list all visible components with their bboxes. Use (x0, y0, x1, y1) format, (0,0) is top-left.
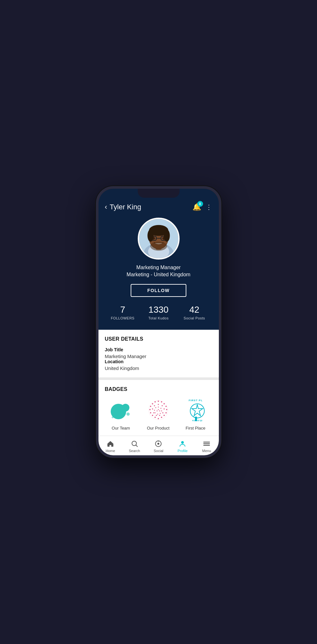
nav-menu-label: Menu (202, 449, 211, 453)
svg-point-56 (159, 411, 160, 412)
badges-row: Our Team (105, 397, 212, 433)
more-options-icon[interactable]: ⋮ (206, 203, 212, 211)
svg-point-67 (158, 441, 159, 442)
svg-point-47 (158, 407, 159, 408)
nav-profile[interactable]: Profile (171, 439, 195, 454)
svg-point-36 (152, 403, 153, 404)
user-details-section: USER DETAILS Job Title Marketing Manager… (98, 330, 219, 377)
notch (138, 189, 180, 198)
nav-profile-label: Profile (178, 449, 188, 453)
svg-point-50 (160, 413, 161, 414)
stats-row: 7 FOLLOWERS 1330 Total Kudos 42 Social P… (105, 305, 212, 320)
badge-first-place-name: First Place (186, 426, 205, 431)
bottom-nav: Home Search Social (98, 436, 219, 455)
kudos-label: Total Kudos (148, 316, 169, 320)
badges-title: BADGES (105, 386, 212, 392)
svg-point-59 (190, 404, 204, 418)
social-posts-stat: 42 Social Posts (176, 305, 212, 320)
svg-text:KUDOS Q2: KUDOS Q2 (192, 420, 202, 421)
location-value: United Kingdom (105, 365, 212, 371)
nav-home[interactable]: Home (98, 439, 123, 454)
job-title-value: Marketing Manager (105, 354, 212, 359)
profile-icon (179, 440, 186, 448)
social-icon (154, 440, 162, 448)
svg-point-26 (166, 409, 167, 410)
svg-point-66 (157, 443, 159, 445)
svg-point-55 (158, 409, 159, 410)
user-details-title: USER DETAILS (105, 336, 212, 342)
profile-job-title: Marketing Manager (136, 265, 181, 270)
location-label: Location (105, 359, 212, 364)
svg-point-23 (161, 401, 162, 402)
social-posts-label: Social Posts (184, 316, 205, 320)
location-field: Location United Kingdom (105, 359, 212, 371)
section-divider (98, 377, 219, 380)
svg-point-24 (163, 403, 165, 404)
social-posts-count: 42 (189, 305, 199, 315)
phone-frame: ‹ Tyler King 🔔 8 ⋮ (96, 186, 221, 458)
svg-point-29 (161, 417, 162, 418)
svg-point-13 (150, 242, 167, 251)
svg-point-48 (160, 408, 161, 409)
badge-our-product[interactable]: Our Product (142, 397, 174, 431)
kudos-stat: 1330 Total Kudos (141, 305, 176, 320)
badge-product-icon (145, 397, 171, 423)
svg-point-68 (181, 441, 184, 444)
svg-point-18 (122, 404, 129, 412)
nav-menu[interactable]: Menu (195, 439, 219, 454)
svg-point-54 (155, 407, 156, 408)
badge-product-name: Our Product (147, 426, 169, 431)
svg-point-32 (152, 415, 153, 416)
header-left: ‹ Tyler King (105, 203, 141, 211)
badges-section: BADGES (98, 380, 219, 436)
svg-point-19 (126, 412, 130, 416)
badge-our-team[interactable]: Our Team (105, 397, 137, 431)
menu-icon (203, 440, 210, 448)
svg-point-33 (150, 412, 151, 413)
search-icon (131, 440, 138, 448)
svg-point-51 (157, 414, 158, 415)
profile-hero: Marketing Manager Marketing - United Kin… (98, 211, 219, 330)
svg-line-64 (136, 445, 137, 447)
svg-point-46 (154, 405, 155, 406)
avatar (138, 218, 180, 260)
job-title-label: Job Title (105, 347, 212, 352)
screen: ‹ Tyler King 🔔 8 ⋮ (98, 189, 219, 455)
profile-department: Marketing - United Kingdom (126, 272, 190, 278)
svg-point-27 (165, 412, 167, 413)
notification-badge: 8 (197, 201, 203, 207)
svg-point-21 (149, 401, 168, 420)
followers-count: 7 (120, 305, 125, 315)
notification-button[interactable]: 🔔 8 (192, 203, 201, 211)
badge-first-place[interactable]: FIRST PL KUDOS Q2 First P (180, 397, 212, 431)
follow-button[interactable]: FOLLOW (131, 284, 187, 297)
svg-point-30 (158, 418, 159, 419)
followers-stat: 7 FOLLOWERS (105, 305, 141, 320)
svg-point-39 (162, 405, 163, 406)
svg-point-49 (161, 411, 162, 412)
svg-point-16 (163, 230, 170, 242)
badge-first-place-icon: FIRST PL KUDOS Q2 (183, 397, 209, 423)
svg-point-41 (162, 412, 163, 413)
back-arrow-icon[interactable]: ‹ (105, 204, 107, 211)
badge-team-name: Our Team (112, 426, 130, 431)
svg-point-37 (154, 401, 156, 402)
content-area: USER DETAILS Job Title Marketing Manager… (98, 330, 219, 436)
svg-point-20 (112, 416, 114, 418)
svg-point-57 (156, 411, 157, 412)
power-button (221, 247, 221, 269)
svg-text:FIRST PL: FIRST PL (189, 399, 203, 402)
job-title-field: Job Title Marketing Manager (105, 347, 212, 359)
header-right: 🔔 8 ⋮ (192, 203, 212, 211)
svg-point-53 (154, 410, 155, 411)
volume-down-button (96, 263, 97, 280)
nav-search[interactable]: Search (122, 439, 146, 454)
svg-point-45 (152, 408, 153, 410)
nav-social-label: Social (154, 449, 163, 453)
volume-up-button (96, 242, 97, 260)
svg-point-38 (158, 404, 159, 405)
nav-social[interactable]: Social (146, 439, 171, 454)
followers-label: FOLLOWERS (111, 316, 135, 320)
svg-point-31 (154, 417, 156, 418)
badge-team-icon (108, 397, 134, 423)
